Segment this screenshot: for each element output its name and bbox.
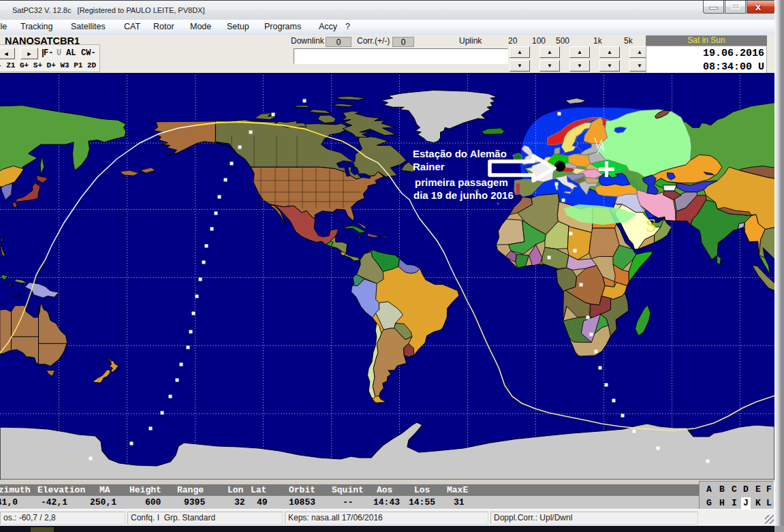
svg-text:dia 19 de junho 2016: dia 19 de junho 2016 xyxy=(413,189,514,201)
svg-text:S: S xyxy=(646,215,657,236)
svg-text:primeira passagem: primeira passagem xyxy=(415,176,508,188)
svg-text:Rainer: Rainer xyxy=(413,161,445,172)
svg-text:Estação do Alemão: Estação do Alemão xyxy=(413,148,507,159)
